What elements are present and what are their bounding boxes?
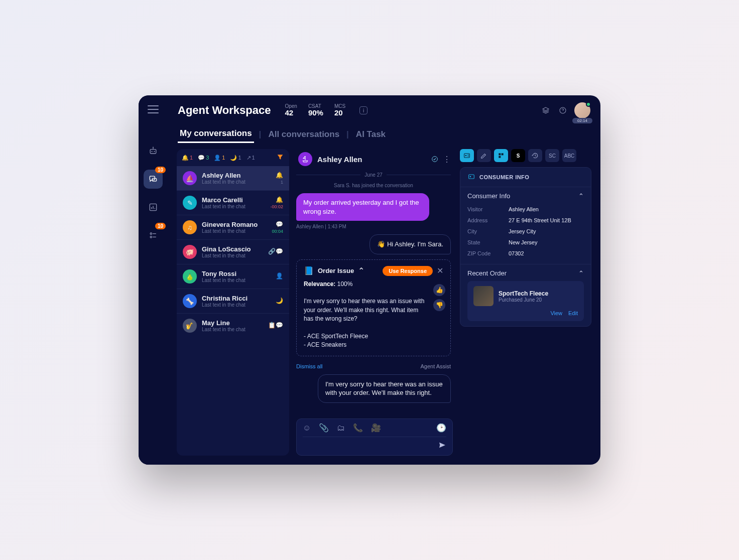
tab-my-conversations[interactable]: My conversations xyxy=(178,125,254,143)
conversation-name: Ginevera Romano xyxy=(202,221,267,228)
grid-icon xyxy=(497,152,505,160)
svg-rect-15 xyxy=(469,175,474,179)
nav-queue[interactable]: 10 xyxy=(144,226,163,245)
conversation-subtitle: Last text in the chat xyxy=(202,204,265,209)
chip-edit[interactable] xyxy=(477,149,491,162)
conversation-subtitle: Last text in the chat xyxy=(202,253,263,258)
filter-person[interactable]: 👤1 xyxy=(214,155,225,161)
conversation-item[interactable]: 🐖Gina LoScascioLast text in the chat🔗💬 xyxy=(177,239,289,264)
use-response-button[interactable]: Use Response xyxy=(383,266,433,276)
svg-point-2 xyxy=(154,151,155,152)
thumbs-up-button[interactable]: 👍 xyxy=(433,284,445,296)
nav-rail: 10 10 xyxy=(139,95,168,465)
conversation-name: Marco Carelli xyxy=(202,196,265,204)
consumer-info-section: Consumer Info⌃ VisitorAshley Allen Addre… xyxy=(460,187,591,264)
system-message: Sara S. has joined the conversation xyxy=(296,183,451,188)
conversation-time: 00:04 xyxy=(272,229,283,234)
conversation-item[interactable]: 🍐Tony RossiLast text in the chat👤 xyxy=(177,264,289,289)
order-edit-link[interactable]: Edit xyxy=(568,310,578,316)
conversation-item[interactable]: ✎Marco CarelliLast text in the chat🔔-00:… xyxy=(177,190,289,215)
chip-consumer-info[interactable] xyxy=(460,149,474,162)
chip-sc[interactable]: SC xyxy=(545,149,559,162)
tab-all-conversations[interactable]: All conversations xyxy=(266,126,341,143)
user-menu[interactable]: 02:14 xyxy=(574,102,590,118)
id-card-icon xyxy=(463,152,471,160)
recent-order-section: Recent Order⌃ SportTech Fleece Purchased… xyxy=(460,264,591,326)
layers-icon xyxy=(542,106,550,114)
collapse-order-button[interactable]: ⌃ xyxy=(578,269,584,277)
svg-point-3 xyxy=(153,147,154,148)
chat-visitor-name: Ashley Allen xyxy=(317,155,362,164)
collapse-consumer-button[interactable]: ⌃ xyxy=(578,192,584,200)
call-button[interactable]: 📞 xyxy=(353,423,363,433)
kv-state: StateNew Jersey xyxy=(467,237,584,248)
video-button[interactable]: 🎥 xyxy=(371,423,381,433)
filter-funnel-button[interactable] xyxy=(276,153,284,162)
conversation-subtitle: Last text in the chat xyxy=(202,179,271,185)
nav-bot[interactable] xyxy=(144,142,163,161)
conversation-item[interactable]: 🎷May LineLast text in the chat📋💬 xyxy=(177,313,289,338)
nav-conversations-badge: 10 xyxy=(155,167,166,173)
svg-point-11 xyxy=(465,155,467,157)
message-stream[interactable]: June 27 Sara S. has joined the conversat… xyxy=(296,172,453,413)
book-icon: 📘 xyxy=(304,266,314,275)
help-button[interactable] xyxy=(557,105,568,116)
emoji-button[interactable]: ☺ xyxy=(303,424,311,433)
message-composer: ☺ 📎 🗂 📞 🎥 🕑 xyxy=(296,418,453,456)
chip-widget[interactable] xyxy=(494,149,508,162)
layers-button[interactable] xyxy=(540,105,551,116)
conversation-avatar: 🎷 xyxy=(183,319,197,333)
close-suggestion-button[interactable]: ✕ xyxy=(437,266,443,275)
conversation-avatar: ♫ xyxy=(183,220,197,234)
main-area: Agent Workspace Open42 CSAT90% MCS20 i 0… xyxy=(168,95,600,465)
conversation-subtitle: Last text in the chat xyxy=(202,327,263,332)
svg-point-6 xyxy=(150,233,152,234)
tab-ai-task[interactable]: AI Task xyxy=(354,126,388,143)
attach-button[interactable]: 📎 xyxy=(319,423,329,433)
chevron-up-icon[interactable]: ⌃ xyxy=(358,266,364,275)
conversation-status-icon: 💬 xyxy=(276,221,283,228)
suggestion-item-2: - ACE Sneakers xyxy=(304,341,346,348)
canned-button[interactable]: 🗂 xyxy=(337,424,345,433)
help-icon xyxy=(559,106,567,114)
schedule-button[interactable]: 🕑 xyxy=(436,423,446,433)
filter-bell[interactable]: 🔔1 xyxy=(182,155,193,161)
nav-queue-badge: 10 xyxy=(155,223,166,229)
conversation-subtitle: Last text in the chat xyxy=(202,228,267,234)
section-title: Consumer Info xyxy=(467,192,510,200)
filter-transfer[interactable]: ↗1 xyxy=(247,155,255,161)
filter-chat[interactable]: 💬3 xyxy=(198,155,209,161)
conversation-item[interactable]: ♫Ginevera RomanoLast text in the chat💬00… xyxy=(177,215,289,239)
chip-history[interactable] xyxy=(528,149,542,162)
thumbs-down-button[interactable]: 👎 xyxy=(433,299,445,311)
side-panel: S SC ABC CONSUMER INFO Consumer Info⌃ Vi… xyxy=(460,149,591,456)
send-button[interactable] xyxy=(438,441,446,451)
nav-analytics[interactable] xyxy=(144,198,163,217)
dismiss-all-link[interactable]: Dismiss all xyxy=(296,363,323,369)
conversation-status-icon: 🌙 xyxy=(276,297,283,304)
conversation-item[interactable]: 🦴Christina RicciLast text in the chat🌙 xyxy=(177,289,289,313)
filter-idle[interactable]: 🌙1 xyxy=(230,155,241,161)
chat-options-button[interactable]: ⋮ xyxy=(443,155,451,164)
menu-button[interactable] xyxy=(148,105,159,113)
chats-icon xyxy=(148,174,158,184)
order-view-link[interactable]: View xyxy=(550,310,562,316)
suggestion-body: I'm very sorry to hear there was an issu… xyxy=(304,298,424,322)
conversation-item[interactable]: ⛵Ashley AllenLast text in the chat🔔1 xyxy=(177,166,289,190)
conversation-status-icon: 🔗💬 xyxy=(268,248,283,255)
order-sub: Purchased June 20 xyxy=(499,297,548,303)
svg-point-7 xyxy=(150,236,152,238)
app-window: 10 10 Agent Workspace Open42 CSAT90% MCS… xyxy=(139,95,600,465)
visitor-message: My order arrived yesterday and I got the… xyxy=(296,193,429,221)
chip-abc[interactable]: ABC xyxy=(562,149,576,162)
agent-assist-label: Agent Assist xyxy=(420,363,451,369)
svg-point-16 xyxy=(470,176,471,178)
nav-conversations[interactable]: 10 xyxy=(144,170,163,189)
info-button[interactable]: i xyxy=(359,106,367,114)
conversation-name: Tony Rossi xyxy=(202,270,271,277)
conversation-time: -00:02 xyxy=(270,204,283,209)
chip-brand[interactable]: S xyxy=(511,149,525,162)
kv-visitor: VisitorAshley Allen xyxy=(467,204,584,215)
panel-header: CONSUMER INFO xyxy=(460,168,591,187)
conversation-name: May Line xyxy=(202,319,263,327)
